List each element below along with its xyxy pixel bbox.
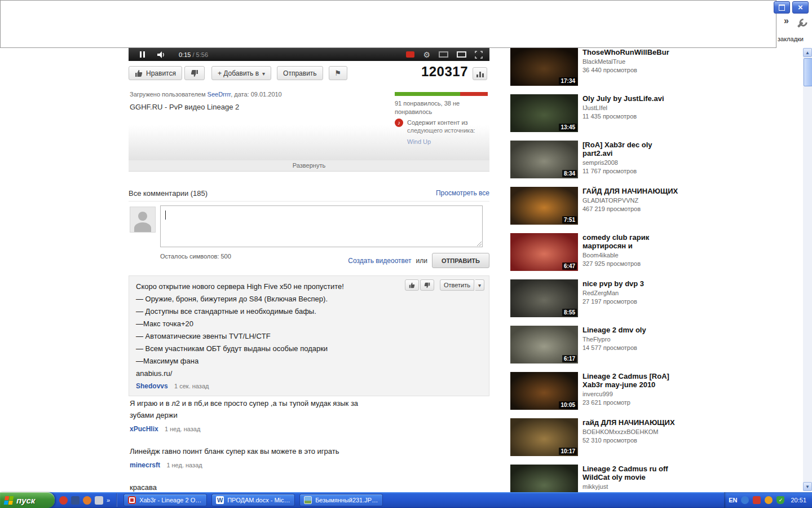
related-video-title[interactable]: Lineage 2 dmv oly: [582, 326, 679, 334]
tray-icon-blue[interactable]: [741, 496, 749, 504]
related-video-item[interactable]: 10:05 Lineage 2 Cadmus [RoA] Xab3r may-j…: [510, 372, 679, 410]
related-video-title[interactable]: nice pvp by dvp 3: [582, 279, 679, 288]
related-video-item[interactable]: 13:45 Oly July by JustLife.avi IJustLIfe…: [510, 94, 679, 132]
flag-button[interactable]: [329, 66, 348, 80]
related-video-title[interactable]: Lineage 2 Cadmus [RoA] Xab3r may-june 20…: [582, 372, 679, 389]
comment-line: — Доступны все стандартные и необходимые…: [136, 305, 482, 318]
related-video-item[interactable]: 8:34 [RoA] Xab3r dec oly part2.avi sempr…: [510, 141, 679, 178]
statistics-button[interactable]: [473, 67, 487, 80]
resize-grip-icon[interactable]: [476, 240, 482, 246]
comment-author-link[interactable]: minecrsft: [130, 461, 160, 469]
tray-icon-red[interactable]: [753, 496, 761, 504]
clock: 20:51: [791, 497, 806, 503]
quick-launch-icon-4[interactable]: [95, 496, 103, 505]
pause-button[interactable]: [140, 51, 145, 58]
video-thumbnail[interactable]: 17:34: [510, 48, 578, 86]
related-video-title[interactable]: ThoseWhoRunWillBeBur: [582, 48, 679, 56]
video-thumbnail[interactable]: 6:17: [510, 326, 578, 364]
start-button[interactable]: пуск: [0, 492, 55, 508]
submit-comment-button[interactable]: ОТПРАВИТЬ: [432, 253, 489, 268]
related-video-item[interactable]: 7:51 ГАЙД ДЛЯ НАЧИНАЮЩИХ GLADIATORPVVNZ …: [510, 187, 679, 225]
wrench-menu-icon[interactable]: [794, 16, 808, 30]
annotations-icon[interactable]: [406, 51, 414, 58]
related-video-item[interactable]: 17:34 ThoseWhoRunWillBeBur BlackMetalTru…: [510, 48, 679, 86]
related-video-views: 467 219 просмотров: [582, 205, 679, 212]
comment-line: красава: [130, 481, 491, 493]
related-video-title[interactable]: Oly July by JustLife.avi: [582, 94, 679, 103]
comment-author-link[interactable]: xPucHlix: [130, 425, 158, 433]
comment-line: — Автоматические эвенты TVT/LH/CTF: [136, 330, 482, 343]
window-close-button[interactable]: [792, 1, 809, 14]
reply-options-button[interactable]: [475, 279, 484, 291]
settings-gear-icon[interactable]: [423, 51, 430, 59]
bookmarks-overflow-chevron-icon[interactable]: [784, 16, 789, 26]
quick-launch-icon-2[interactable]: [71, 496, 80, 505]
quick-launch-overflow-icon[interactable]: [107, 497, 110, 503]
related-video-title[interactable]: ГАЙД ДЛЯ НАЧИНАЮЩИХ: [582, 187, 679, 195]
other-bookmarks-label[interactable]: закладки: [778, 36, 804, 42]
related-video-title[interactable]: comedy club гарик мартиросян и: [582, 233, 679, 250]
window-restore-button[interactable]: [774, 1, 790, 14]
image-file-icon: [304, 496, 312, 504]
create-video-response-link[interactable]: Создать видеоответ: [348, 257, 411, 265]
comment-text: красава: [130, 481, 491, 493]
related-videos-sidebar: 17:34 ThoseWhoRunWillBeBur BlackMetalTru…: [510, 48, 679, 508]
language-indicator[interactable]: EN: [729, 497, 737, 503]
related-video-item[interactable]: 6:17 Lineage 2 dmv oly TheFlypro 14 577 …: [510, 326, 679, 364]
volume-icon[interactable]: [157, 51, 166, 58]
tray-icon-orange[interactable]: [765, 496, 773, 504]
expand-description-button[interactable]: Развернуть: [129, 160, 489, 172]
related-video-uploader[interactable]: RedZergMan: [582, 290, 679, 296]
video-thumbnail[interactable]: 8:55: [510, 279, 578, 317]
related-video-title[interactable]: Lineage 2 Cadmus ru off WildCat oly movi…: [582, 465, 679, 481]
player-size-large-icon[interactable]: [457, 51, 466, 58]
related-video-uploader[interactable]: BOEHKOMxxzxBOEHKOM: [582, 428, 679, 435]
video-thumbnail[interactable]: 10:17: [510, 418, 578, 456]
related-video-uploader[interactable]: sempris2008: [582, 159, 679, 166]
related-video-uploader[interactable]: TheFlypro: [582, 336, 679, 343]
share-label: Отправить: [283, 69, 317, 77]
quick-launch-icon-3[interactable]: [83, 496, 91, 505]
uploader-link[interactable]: SeeDrrrr: [208, 91, 231, 98]
comment-input[interactable]: [160, 205, 483, 247]
player-size-small-icon[interactable]: [439, 51, 448, 58]
scroll-up-arrow-icon[interactable]: [803, 48, 812, 57]
share-button[interactable]: Отправить: [277, 66, 323, 80]
video-duration-badge: 8:55: [562, 309, 577, 316]
taskbar-task-image[interactable]: Безымянный231.JPG...: [299, 494, 383, 506]
comment-dislike-button[interactable]: [420, 279, 434, 291]
tray-shield-icon[interactable]: [776, 496, 784, 504]
quick-launch-opera-icon[interactable]: [59, 496, 68, 505]
related-video-item[interactable]: 6:47 comedy club гарик мартиросян и Boom…: [510, 233, 679, 271]
comment-author-link[interactable]: Shedovvs: [136, 382, 168, 390]
like-bar-red: [460, 92, 488, 96]
view-all-comments-link[interactable]: Просмотреть все: [436, 189, 489, 198]
related-video-uploader[interactable]: GLADIATORPVVNZ: [582, 197, 679, 204]
fullscreen-icon[interactable]: [475, 51, 483, 59]
reply-button[interactable]: Ответить: [440, 279, 474, 291]
like-button[interactable]: Нравится: [129, 66, 182, 80]
related-video-uploader[interactable]: IJustLIfel: [582, 104, 679, 111]
related-video-uploader[interactable]: invercu999: [582, 391, 679, 397]
related-video-title[interactable]: [RoA] Xab3r dec oly part2.avi: [582, 141, 679, 157]
video-thumbnail[interactable]: 8:34: [510, 141, 578, 178]
scroll-down-arrow-icon[interactable]: [803, 482, 812, 491]
related-video-item[interactable]: 10:17 гайд ДЛЯ НАЧИНАЮЩИХ BOEHKOMxxzxBOE…: [510, 418, 679, 456]
related-video-uploader[interactable]: Boom4ikable: [582, 252, 679, 259]
comment-like-button[interactable]: [405, 279, 419, 291]
word-doc-icon: [216, 496, 224, 504]
related-video-item[interactable]: 8:55 nice pvp by dvp 3 RedZergMan 27 197…: [510, 279, 679, 317]
dislike-button[interactable]: [184, 66, 205, 80]
video-thumbnail[interactable]: 10:05: [510, 372, 578, 410]
scrollbar-thumb[interactable]: [804, 58, 812, 86]
video-thumbnail[interactable]: 13:45: [510, 94, 578, 132]
video-thumbnail[interactable]: 6:47: [510, 233, 578, 271]
taskbar-task-browser[interactable]: Xab3r - Lineage 2 Oly...: [123, 494, 207, 506]
video-thumbnail[interactable]: 7:51: [510, 187, 578, 225]
related-video-uploader[interactable]: mikkyjust: [582, 483, 679, 490]
page-scrollbar[interactable]: [803, 48, 812, 491]
taskbar-task-word[interactable]: ПРОДАМ.docx - Micr...: [211, 494, 295, 506]
related-video-title[interactable]: гайд ДЛЯ НАЧИНАЮЩИХ: [582, 418, 679, 427]
related-video-uploader[interactable]: BlackMetalTrue: [582, 58, 679, 65]
add-to-button[interactable]: + Добавить в: [211, 66, 271, 80]
